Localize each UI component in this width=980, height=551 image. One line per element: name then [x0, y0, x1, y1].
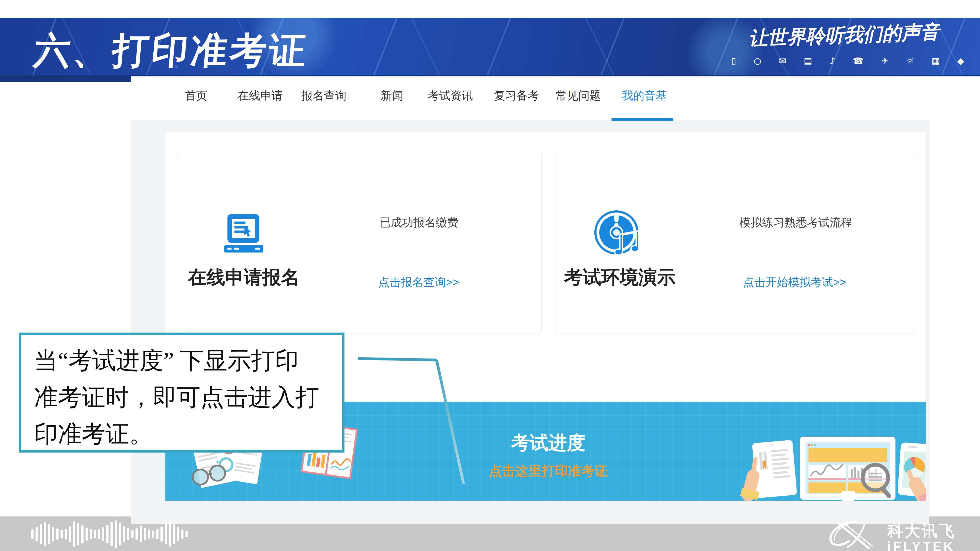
nav-item-query[interactable]: 报名查询: [301, 88, 347, 103]
callout-line: 当“考试进度” 下显示打印: [34, 342, 342, 379]
brand-name-en: iFLYTEK: [888, 540, 956, 551]
devices-hands-illustration: [737, 428, 926, 501]
audio-waveform-logo: [31, 520, 218, 549]
card-title: 考试环境演示: [564, 265, 676, 290]
nav-item-faq[interactable]: 常见问题: [556, 88, 601, 103]
card-desc: 已成功报名缴费: [380, 215, 458, 230]
nav-active-underline: [611, 118, 673, 121]
laptop-form-icon: [219, 213, 268, 257]
title-banner-step: [0, 75, 131, 82]
nav-item-examinfo[interactable]: 考试资讯: [428, 88, 473, 103]
card-desc: 模拟练习熟悉考试流程: [740, 215, 852, 230]
print-admission-ticket-link[interactable]: 点击这里打印准考证: [489, 462, 608, 480]
iflytek-swoosh-icon: [825, 521, 886, 549]
mock-exam-link[interactable]: 点击开始模拟考试>>: [743, 275, 846, 290]
nav-item-news[interactable]: 新闻: [381, 88, 403, 103]
callout-annotation: 当“考试进度” 下显示打印 准考证时，即可点击进入打 印准考证。: [19, 333, 344, 453]
nav-item-review[interactable]: 复习备考: [494, 88, 539, 103]
exam-progress-title: 考试进度: [511, 430, 585, 456]
slide-title: 六、打印准考证: [32, 27, 310, 76]
cd-music-icon: [594, 210, 646, 259]
nav-item-home[interactable]: 首页: [185, 88, 207, 103]
registration-query-link[interactable]: 点击报名查询>>: [378, 275, 459, 290]
callout-connector-line: [353, 353, 473, 492]
callout-line: 印准考证。: [34, 416, 342, 453]
card-title: 在线申请报名: [188, 265, 300, 290]
nav-item-apply[interactable]: 在线申请: [238, 88, 283, 103]
brand-text: 科大讯飞 iFLYTEK: [888, 523, 956, 551]
slogan-icon-row: ▯ ○ ✉ ▤ ♪ ☎ ✈ ☼ ▦ ◆ ▣: [731, 56, 967, 66]
callout-line: 准考证时，即可点击进入打: [34, 379, 342, 416]
brand-name-cn: 科大讯飞: [888, 523, 956, 539]
nav-item-my-yinji[interactable]: 我的音基: [622, 88, 667, 103]
